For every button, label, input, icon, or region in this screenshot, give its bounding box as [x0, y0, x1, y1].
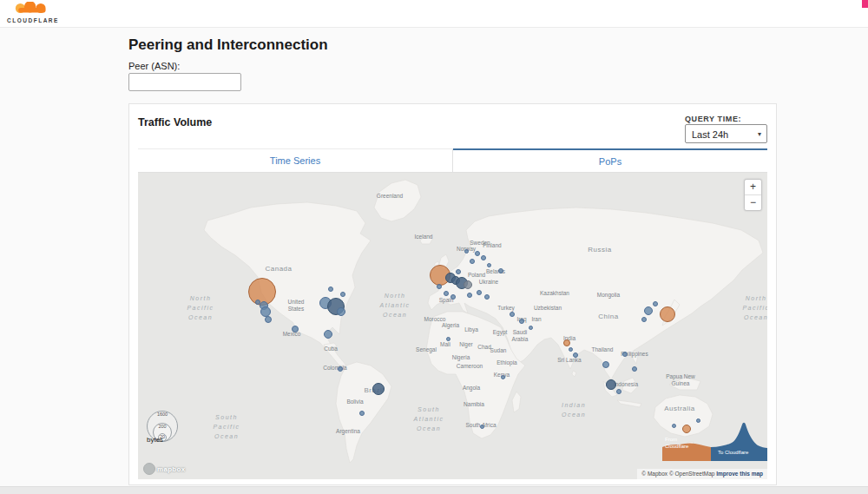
page-title: Peering and Interconnection [128, 36, 328, 54]
cloudflare-logo[interactable]: CLOUDFLARE [5, 2, 61, 23]
flow-direction-legend: From Cloudflare To Cloudflare [662, 421, 767, 461]
pop-marker[interactable] [328, 287, 333, 292]
pop-marker[interactable] [372, 383, 385, 395]
improve-map-link[interactable]: Improve this map [716, 471, 763, 477]
pop-marker[interactable] [672, 424, 676, 428]
map-attribution: © Mapbox © OpenStreetMap Improve this ma… [637, 469, 767, 479]
chevron-down-icon: ▾ [758, 125, 761, 144]
mapbox-logo[interactable]: mapbox [143, 463, 185, 475]
pop-marker[interactable] [481, 255, 486, 260]
pop-marker[interactable] [446, 337, 450, 341]
pop-marker[interactable] [573, 352, 578, 358]
pop-marker[interactable] [641, 317, 647, 322]
pop-marker[interactable] [464, 249, 469, 254]
pop-marker[interactable] [616, 389, 621, 394]
pop-marker[interactable] [644, 306, 653, 315]
pop-marker[interactable] [501, 375, 505, 379]
traffic-volume-panel: Traffic Volume QUERY TIME: Last 24h ▾ Ti… [128, 103, 777, 485]
panel-title: Traffic Volume [138, 116, 212, 128]
pop-marker[interactable] [470, 259, 475, 264]
app-root: CLOUDFLARE Peering and Interconnection P… [0, 0, 868, 494]
query-time-label: QUERY TIME: [685, 115, 741, 123]
pop-marker[interactable] [456, 269, 461, 274]
pop-marker[interactable] [480, 425, 484, 429]
mapbox-icon [143, 463, 155, 475]
pop-marker[interactable] [622, 352, 628, 357]
pop-marker[interactable] [529, 326, 533, 330]
peer-asn-label: Peer (ASN): [128, 61, 180, 71]
pop-marker[interactable] [450, 294, 456, 300]
map-zoom-control: + − [744, 179, 762, 211]
query-time-value: Last 24h [692, 129, 728, 140]
attribution-mapbox[interactable]: © Mapbox [641, 471, 667, 477]
attribution-osm[interactable]: © OpenStreetMap [669, 471, 714, 477]
top-bar: CLOUDFLARE [0, 0, 868, 28]
pop-marker[interactable] [475, 251, 480, 256]
size-legend-value: 1600 [145, 412, 180, 417]
pop-marker[interactable] [444, 291, 449, 296]
pop-marker[interactable] [338, 366, 343, 372]
pop-marker[interactable] [510, 312, 515, 317]
tab-bar: Time Series PoPs [138, 148, 767, 173]
mapbox-wordmark: mapbox [157, 465, 185, 473]
pop-marker[interactable] [467, 293, 472, 298]
zoom-out-button[interactable]: − [745, 195, 761, 210]
size-legend-unit: bytes [147, 436, 163, 444]
footer-bar [0, 486, 868, 494]
zoom-in-button[interactable]: + [745, 180, 761, 195]
tab-pops[interactable]: PoPs [453, 148, 767, 172]
cloudflare-wordmark: CLOUDFLARE [5, 17, 61, 23]
pop-marker[interactable] [337, 307, 345, 316]
pop-marker[interactable] [265, 316, 272, 323]
pop-marker[interactable] [359, 411, 365, 416]
cloudflare-cloud-icon [9, 2, 57, 15]
pop-marker[interactable] [464, 280, 472, 289]
pop-marker[interactable] [255, 300, 260, 305]
pop-marker[interactable] [606, 379, 616, 390]
size-legend-value: 200 [145, 424, 180, 429]
pop-marker[interactable] [487, 263, 491, 267]
pop-marker[interactable] [292, 326, 299, 333]
tab-time-series[interactable]: Time Series [138, 149, 453, 172]
pop-marker[interactable] [602, 361, 609, 368]
pop-marker[interactable] [340, 292, 345, 297]
pop-marker[interactable] [653, 301, 658, 306]
peer-asn-input[interactable] [128, 73, 241, 91]
pop-marker[interactable] [498, 268, 503, 273]
pop-marker[interactable] [563, 339, 570, 346]
pop-marker[interactable] [696, 418, 700, 423]
flow-from-label: From Cloudflare [665, 437, 696, 451]
pop-marker[interactable] [519, 319, 524, 324]
pop-marker[interactable] [437, 284, 442, 289]
query-time-select[interactable]: Last 24h ▾ [685, 124, 767, 143]
notification-indicator[interactable] [862, 0, 868, 8]
pop-marker[interactable] [569, 347, 573, 352]
pop-marker[interactable] [484, 294, 490, 300]
map-canvas[interactable]: + − 160020020 bytes mapbox From Cloudfla… [138, 173, 767, 479]
pop-marker[interactable] [324, 330, 332, 339]
pop-marker[interactable] [477, 290, 482, 295]
pop-marker[interactable] [682, 425, 691, 433]
pop-marker[interactable] [632, 366, 637, 372]
pop-marker[interactable] [660, 306, 675, 322]
flow-to-label: To Cloudflare [718, 450, 748, 455]
